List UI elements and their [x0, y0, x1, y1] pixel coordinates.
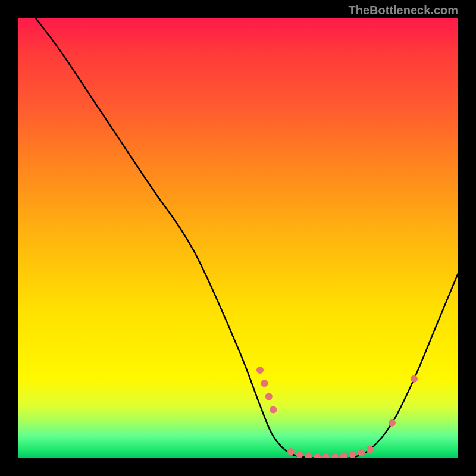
- curve-data-dot: [296, 451, 303, 458]
- curve-data-dot: [349, 451, 356, 458]
- curve-data-dot: [305, 452, 312, 458]
- curve-data-dot: [340, 452, 347, 458]
- curve-data-dot: [287, 448, 295, 455]
- curve-data-dot: [261, 380, 268, 387]
- curve-data-dot: [367, 446, 374, 453]
- curve-data-dot: [411, 375, 418, 383]
- watermark-text: TheBottleneck.com: [349, 4, 458, 17]
- curve-data-dot: [389, 419, 396, 427]
- curve-data-dot: [265, 393, 273, 400]
- curve-data-dot: [256, 367, 264, 374]
- curve-data-dot: [358, 449, 365, 456]
- curve-data-dot: [322, 453, 330, 458]
- curve-dots-group: [256, 367, 418, 458]
- bottleneck-curve-svg: [18, 18, 458, 458]
- curve-data-dot: [331, 453, 339, 458]
- curve-data-dot: [314, 453, 321, 458]
- bottleneck-curve-path: [36, 18, 458, 458]
- chart-plot-area: [18, 18, 458, 458]
- curve-data-dot: [270, 406, 277, 414]
